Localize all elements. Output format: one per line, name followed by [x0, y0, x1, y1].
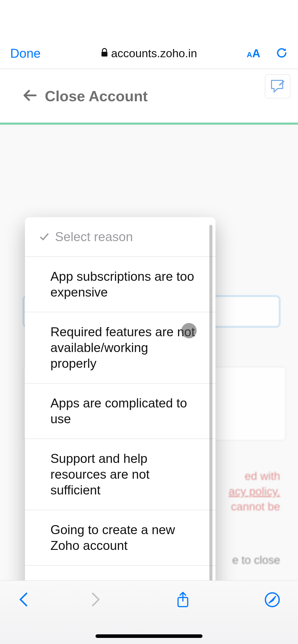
progress-bar — [0, 123, 298, 125]
statusbar-spacer — [0, 0, 298, 38]
forward-button — [90, 592, 101, 608]
safari-tabs-button[interactable] — [264, 592, 280, 609]
svg-rect-0 — [101, 52, 107, 57]
dropdown-option[interactable]: Support and help resources are not suffi… — [25, 438, 215, 510]
lock-icon — [101, 47, 108, 60]
dropdown-option[interactable]: Going to join my company's organization … — [25, 565, 215, 580]
page-header: Close Account — [0, 69, 298, 123]
safari-bottom-toolbar — [0, 580, 298, 644]
home-indicator — [96, 634, 202, 638]
url-display[interactable]: accounts.zoho.in — [101, 47, 197, 60]
share-button[interactable] — [177, 592, 189, 609]
dropdown-option[interactable]: Apps are complicated to use — [25, 383, 215, 438]
dropdown-scrollbar[interactable] — [209, 225, 212, 580]
dropdown-placeholder[interactable]: Select reason — [25, 217, 215, 256]
feedback-button[interactable] — [265, 74, 290, 98]
done-button[interactable]: Done — [10, 46, 41, 61]
page-content: Close Account ed with acy policy. cannot… — [0, 69, 298, 580]
safari-address-bar: Done accounts.zoho.in AA — [0, 38, 298, 69]
back-button[interactable] — [18, 592, 29, 608]
url-text: accounts.zoho.in — [111, 47, 197, 60]
reload-button[interactable] — [276, 47, 288, 60]
check-icon — [40, 232, 49, 241]
reason-dropdown: Select reason App subscriptions are too … — [25, 217, 215, 580]
page-title: Close Account — [45, 87, 148, 105]
back-arrow-icon[interactable] — [23, 88, 37, 104]
dropdown-option[interactable]: Going to create a new Zoho account — [25, 510, 215, 565]
text-size-button[interactable]: AA — [247, 47, 260, 60]
dropdown-option[interactable]: Required features are not available/work… — [25, 312, 215, 383]
dropdown-placeholder-label: Select reason — [55, 229, 133, 245]
dropdown-option[interactable]: App subscriptions are too expensive — [25, 256, 215, 312]
